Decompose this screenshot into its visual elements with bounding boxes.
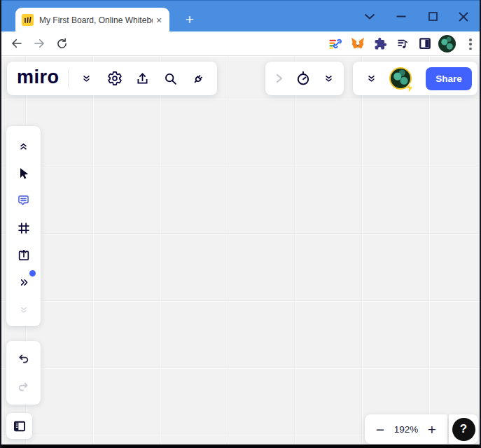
tab-search-chevron-icon[interactable] [354, 1, 385, 32]
browser-window: My First Board, Online Whiteboa × + mi [0, 0, 481, 448]
back-icon[interactable] [7, 34, 27, 53]
miro-favicon [22, 14, 34, 26]
frames-panel-button[interactable] [6, 413, 32, 439]
help-button[interactable]: ? [452, 418, 475, 441]
history-panel [6, 341, 41, 405]
share-button[interactable]: Share [426, 67, 472, 90]
new-tab-button[interactable]: + [181, 10, 199, 29]
tab-title: My First Board, Online Whiteboa [39, 15, 153, 25]
metamask-fox-icon[interactable] [349, 34, 367, 52]
collapse-up-icon[interactable] [10, 132, 38, 160]
timer-chevrons-icon[interactable] [317, 64, 340, 92]
close-window-button[interactable] [448, 1, 479, 32]
timer-panel [265, 62, 344, 95]
frame-icon[interactable] [10, 214, 38, 241]
forward-icon[interactable] [29, 34, 49, 53]
browser-tab[interactable]: My First Board, Online Whiteboa × [15, 8, 169, 32]
kebab-menu-icon[interactable] [465, 37, 476, 51]
browser-titlebar: My First Board, Online Whiteboa × + [1, 0, 480, 31]
comment-icon[interactable] [10, 187, 38, 214]
presentation-chevrons-icon[interactable] [360, 64, 382, 92]
music-list-extension-icon[interactable] [393, 34, 412, 52]
maximize-button[interactable] [417, 1, 448, 32]
account-panel: Share [353, 62, 477, 95]
sidebar-extension-icon[interactable] [416, 34, 434, 52]
user-avatar[interactable] [389, 67, 412, 90]
lightning-badge-icon [405, 83, 414, 93]
tools-sidebar [6, 126, 41, 326]
collapse-chevrons-icon[interactable] [73, 64, 101, 92]
forward-chevron-icon[interactable] [270, 64, 289, 92]
more-tools-icon[interactable] [10, 269, 38, 296]
notification-dot [29, 270, 36, 276]
browser-toolbar: miro.com/app/board/uXjVOuJFGRQ=/ [1, 31, 480, 56]
reload-icon[interactable] [52, 34, 71, 53]
upload-icon[interactable] [10, 241, 38, 269]
scroll-down-icon[interactable] [10, 296, 38, 323]
extensions-puzzle-icon[interactable] [371, 34, 389, 52]
undo-icon[interactable] [10, 346, 38, 372]
search-icon[interactable] [157, 64, 185, 92]
miro-logo[interactable]: miro [17, 66, 60, 90]
browser-profile-avatar[interactable] [438, 35, 456, 52]
link-extension-icon[interactable] [326, 34, 344, 52]
zoom-in-button[interactable]: + [424, 422, 440, 437]
redo-icon[interactable] [10, 374, 38, 399]
window-bottom-border [1, 444, 480, 448]
zoom-out-button[interactable]: − [372, 422, 389, 437]
timer-icon[interactable] [289, 64, 317, 92]
zoom-controls: − 192% + [365, 414, 447, 444]
help-panel: ? [449, 414, 478, 444]
export-upload-icon[interactable] [129, 64, 157, 92]
toolbar-divider [68, 69, 69, 88]
apps-plug-icon[interactable] [185, 64, 213, 92]
minimize-button[interactable] [386, 1, 417, 32]
zoom-level[interactable]: 192% [394, 424, 419, 435]
whiteboard-canvas[interactable] [1, 57, 480, 444]
frames-panel-icon [13, 419, 27, 433]
select-cursor-icon[interactable] [10, 160, 38, 187]
main-toolbar: miro [7, 62, 217, 95]
settings-gear-icon[interactable] [101, 64, 129, 92]
tab-close-icon[interactable]: × [153, 14, 165, 27]
